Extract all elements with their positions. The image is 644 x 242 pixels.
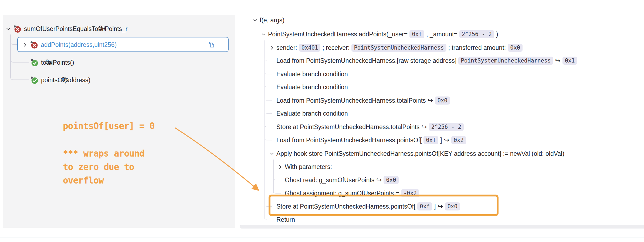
hook-arrow-icon: ↪	[444, 137, 449, 143]
hook-arrow-icon: ↪	[422, 124, 427, 130]
trace-text: Return	[276, 216, 295, 223]
trace-row[interactable]: Load from PointSystemUncheckedHarness.to…	[269, 96, 450, 105]
trace-row[interactable]: Evaluate branch condition	[269, 69, 348, 79]
trace-guide-line	[256, 26, 256, 224]
trace-row[interactable]: Load from PointSystemUncheckedHarness.po…	[269, 135, 466, 145]
chevron-down-icon[interactable]	[5, 26, 11, 32]
chevron-down-icon[interactable]	[269, 151, 274, 156]
copy-icon[interactable]	[208, 41, 215, 49]
marker-spacer	[269, 217, 274, 222]
chevron-down-icon[interactable]	[252, 18, 258, 23]
value-badge: 0xf	[423, 136, 438, 144]
value-badge: 0x0	[384, 176, 398, 184]
trace-row[interactable]: With parameters:	[277, 162, 332, 172]
chevron-right-icon[interactable]	[277, 164, 283, 170]
marker-spacer	[277, 177, 283, 183]
hook-arrow-icon: ↪	[428, 97, 433, 104]
trace-text: ]	[440, 137, 442, 144]
trace-text: Apply hook store PointSystemUncheckedHar…	[276, 150, 564, 157]
trace-row[interactable]: Apply hook store PointSystemUncheckedHar…	[269, 149, 564, 158]
trace-text: PointSystemUncheckedHarness.addPoints(_u…	[268, 31, 408, 38]
page-bottom-divider	[0, 237, 644, 237]
value-badge: 0x401	[299, 44, 321, 52]
trace-text: Load from PointSystemUncheckedHarness.po…	[276, 137, 422, 144]
trace-row[interactable]: sender:0x401; receiver:PointSystemUnchec…	[269, 43, 523, 53]
hook-arrow-icon: ↪	[376, 177, 382, 183]
trace-text: )	[496, 31, 498, 38]
trace-text: Load from PointSystemUncheckedHarness.[r…	[276, 57, 456, 64]
rule-row-pointsof[interactable]: pointsOf(address) 0s	[30, 75, 90, 85]
trace-text: , _amount=	[426, 31, 457, 38]
trace-row[interactable]: Ghost read: g_sumOfUserPoints↪0x0	[277, 175, 399, 185]
rule-row-sum-of-user-points[interactable]: sumOfUserPointsEqualsTotalPoints_r 3s	[5, 23, 128, 34]
chevron-right-icon[interactable]	[269, 45, 274, 50]
annotation-note: *** wraps around to zero due to overflow	[63, 147, 144, 187]
value-badge: 0x2	[451, 136, 466, 144]
value-badge: 2^256 - 2	[429, 123, 464, 131]
tree-elbow-line	[10, 54, 29, 63]
trace-row[interactable]: Evaluate branch condition	[269, 82, 348, 92]
value-badge: PointSystemUncheckedHarness	[351, 44, 446, 52]
annotation-heading: pointsOf[user] = 0	[63, 121, 155, 131]
tree-elbow-line	[10, 37, 17, 45]
chevron-right-icon[interactable]	[22, 42, 28, 47]
marker-spacer	[269, 58, 274, 63]
trace-text: sender:	[276, 44, 297, 51]
trace-text: Store at PointSystemUncheckedHarness.tot…	[276, 123, 420, 131]
status-pass-icon	[30, 59, 38, 67]
rule-label: sumOfUserPointsEqualsTotalPoints_r	[24, 25, 128, 33]
hook-arrow-icon: ↪	[555, 57, 561, 64]
value-badge: 0x0	[435, 96, 450, 105]
marker-spacer	[269, 71, 274, 77]
marker-spacer	[269, 98, 274, 103]
trace-text: Ghost read: g_sumOfUserPoints	[285, 177, 374, 184]
highlight-box	[269, 195, 499, 216]
status-fail-icon	[30, 41, 38, 49]
value-badge: 2^256 - 2	[459, 30, 494, 38]
trace-text: Load from PointSystemUncheckedHarness.to…	[276, 97, 426, 104]
rule-row-totalpoints[interactable]: totalPoints() 0s	[30, 57, 74, 68]
trace-text: ; transferred amount:	[448, 44, 506, 51]
trace-row[interactable]: Return	[269, 215, 295, 224]
status-pass-icon	[30, 76, 38, 84]
tree-elbow-line	[10, 72, 29, 80]
rule-row-addpoints-selected[interactable]: addPoints(address,uint256)	[17, 37, 229, 52]
trace-text: Evaluate branch condition	[276, 84, 348, 91]
marker-spacer	[269, 124, 274, 130]
trace-row[interactable]: Store at PointSystemUncheckedHarness.tot…	[269, 122, 464, 132]
status-fail-icon	[13, 25, 21, 33]
trace-row[interactable]: Load from PointSystemUncheckedHarness.[r…	[269, 56, 577, 65]
trace-text: Evaluate branch condition	[276, 110, 348, 117]
trace-row[interactable]: f(e, args)	[252, 15, 284, 25]
value-badge: 0x0	[508, 44, 523, 52]
duration-label: 3s	[99, 25, 105, 32]
trace-text: ; receiver:	[322, 44, 350, 51]
horizontal-scrollbar[interactable]	[240, 225, 644, 229]
marker-spacer	[269, 84, 274, 90]
certora-call-trace-screen: sumOfUserPointsEqualsTotalPoints_r 3s ad…	[0, 0, 644, 242]
duration-label: 0s	[45, 58, 52, 66]
trace-row[interactable]: PointSystemUncheckedHarness.addPoints(_u…	[261, 29, 498, 39]
rule-label: addPoints(address,uint256)	[41, 41, 117, 49]
marker-spacer	[269, 137, 274, 143]
duration-label: 0s	[62, 76, 68, 83]
trace-text: Evaluate branch condition	[276, 71, 348, 78]
marker-spacer	[269, 111, 274, 116]
chevron-down-icon[interactable]	[261, 32, 266, 37]
trace-text: With parameters:	[285, 163, 332, 171]
value-badge: PointSystemUncheckedHarness	[458, 57, 553, 65]
value-badge: 0x1	[562, 57, 577, 65]
value-badge: 0xf	[409, 30, 424, 38]
trace-row[interactable]: Evaluate branch condition	[269, 109, 348, 118]
trace-text: f(e, args)	[260, 17, 284, 24]
